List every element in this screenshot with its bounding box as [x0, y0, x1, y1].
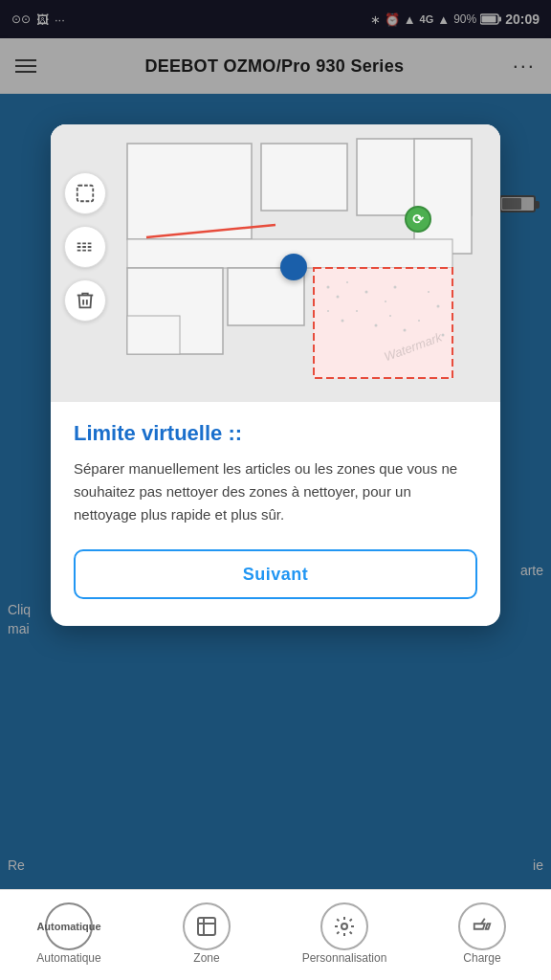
svg-point-23 — [389, 315, 391, 317]
charge-icon — [458, 902, 506, 950]
svg-rect-5 — [261, 144, 347, 211]
modal-overlay: ⟳ Watermark Limite virtuelle :: Séparer … — [0, 0, 551, 980]
delete-button[interactable] — [64, 279, 106, 322]
modal-title: Limite virtuelle :: — [74, 421, 477, 446]
map-area: ⟳ Watermark — [51, 124, 500, 402]
modal-card: ⟳ Watermark Limite virtuelle :: Séparer … — [51, 124, 500, 626]
svg-rect-7 — [414, 139, 472, 254]
svg-point-17 — [385, 301, 386, 302]
auto-icon-wrap: Automatique — [44, 905, 94, 947]
bottom-nav-auto[interactable]: Automatique Automatique — [0, 890, 138, 980]
svg-point-25 — [428, 291, 430, 293]
svg-point-21 — [356, 310, 358, 312]
svg-point-24 — [404, 329, 407, 332]
svg-point-28 — [442, 334, 445, 337]
suivant-button[interactable]: Suivant — [74, 549, 477, 599]
floor-plan-svg — [51, 124, 500, 402]
zone-label: Zone — [193, 951, 219, 965]
svg-point-14 — [337, 296, 340, 299]
custom-icon — [320, 902, 368, 950]
bottom-nav-zone[interactable]: Zone — [138, 890, 276, 980]
custom-icon-wrap — [320, 905, 369, 947]
svg-point-19 — [327, 310, 329, 312]
modal-description: Séparer manuellement les articles ou les… — [74, 457, 477, 526]
bottom-nav-custom[interactable]: Personnalisation — [276, 890, 413, 980]
svg-rect-30 — [77, 186, 94, 202]
svg-rect-34 — [198, 918, 215, 935]
dashed-select-button[interactable] — [64, 226, 106, 268]
svg-rect-12 — [127, 316, 180, 354]
charge-label: Charge — [463, 951, 500, 965]
map-tools — [64, 172, 106, 322]
svg-point-27 — [418, 320, 420, 322]
zone-icon — [183, 902, 231, 950]
svg-point-37 — [342, 924, 347, 929]
svg-point-13 — [327, 286, 330, 289]
zone-icon-wrap — [182, 905, 231, 947]
bottom-nav-bar: Automatique Automatique Zone — [0, 889, 551, 980]
svg-rect-11 — [314, 268, 452, 378]
auto-icon: Automatique — [45, 902, 93, 950]
auto-label: Automatique — [36, 951, 100, 965]
svg-point-26 — [437, 305, 440, 308]
svg-point-20 — [342, 320, 344, 323]
charger-position: ⟳ — [405, 206, 431, 233]
charge-icon-wrap — [457, 905, 507, 947]
svg-rect-4 — [127, 144, 252, 239]
svg-point-15 — [346, 281, 348, 283]
bottom-nav-charge[interactable]: Charge — [413, 890, 551, 980]
custom-label: Personnalisation — [302, 951, 387, 965]
svg-point-22 — [375, 324, 378, 327]
robot-position — [280, 254, 307, 280]
modal-text-area: Limite virtuelle :: Séparer manuellement… — [51, 402, 500, 526]
svg-point-18 — [394, 286, 397, 289]
zone-select-button[interactable] — [64, 172, 106, 214]
svg-point-16 — [365, 291, 368, 294]
